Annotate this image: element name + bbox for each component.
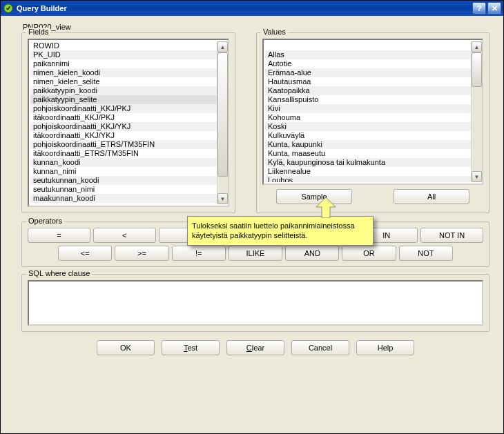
list-item[interactable]: Hautausmaa bbox=[265, 77, 471, 86]
list-item[interactable]: paikannimi bbox=[30, 59, 217, 68]
list-item[interactable]: itäkoordinaatti_KKJ/PKJ bbox=[30, 113, 217, 122]
scroll-thumb[interactable] bbox=[217, 52, 228, 177]
help-button[interactable]: Help bbox=[356, 340, 414, 355]
scroll-thumb[interactable] bbox=[472, 52, 482, 87]
operator-button[interactable]: <= bbox=[58, 246, 112, 261]
list-item[interactable]: Liikennealue bbox=[265, 167, 471, 176]
titlebar[interactable]: Query Builder ? ✕ bbox=[1, 1, 503, 16]
sql-where-input[interactable] bbox=[28, 280, 483, 326]
operator-button[interactable]: = bbox=[28, 228, 90, 243]
list-item[interactable]: Koski bbox=[265, 122, 471, 131]
operators-label: Operators bbox=[26, 217, 64, 225]
list-item[interactable]: Kaatopaikka bbox=[265, 86, 471, 95]
operator-button[interactable]: NOT bbox=[399, 246, 453, 261]
list-item[interactable]: itäkoordinaatti_KKJ/YKJ bbox=[30, 131, 217, 140]
callout-arrow-icon bbox=[312, 197, 340, 218]
list-item[interactable]: pohjoiskoordinaatti_ETRS/TM35FIN bbox=[30, 140, 217, 149]
list-item[interactable]: seutukunnan_koodi bbox=[30, 176, 217, 185]
list-item[interactable]: Autotie bbox=[265, 59, 471, 68]
list-item[interactable]: pohjoiskoordinaatti_KKJ/YKJ bbox=[30, 122, 217, 131]
callout-line2: käytetyistä paikkatyypin selitteistä. bbox=[192, 230, 369, 240]
list-item[interactable]: Kohouma bbox=[265, 113, 471, 122]
clear-button[interactable]: Clear bbox=[226, 340, 284, 355]
fields-label: Fields bbox=[26, 28, 50, 36]
operator-button[interactable]: != bbox=[172, 246, 226, 261]
list-item[interactable]: kunnan_koodi bbox=[30, 158, 217, 167]
list-item[interactable] bbox=[265, 41, 471, 50]
list-item[interactable]: Erämaa-alue bbox=[265, 68, 471, 77]
list-item[interactable]: pohjoiskoordinaatti_KKJ/PKJ bbox=[30, 104, 217, 113]
values-group: Values AllasAutotieErämaa-alueHautausmaa… bbox=[256, 32, 490, 213]
list-item[interactable]: maakunnan_koodi bbox=[30, 194, 217, 203]
list-item[interactable]: Allas bbox=[265, 50, 471, 59]
view-name: PNR020_view bbox=[23, 23, 490, 31]
values-scrollbar[interactable]: ▲ ▼ bbox=[471, 41, 482, 182]
list-item[interactable]: nimen_kielen_koodi bbox=[30, 68, 217, 77]
list-item[interactable]: ROWID bbox=[30, 41, 217, 50]
list-item[interactable]: Kunta, maaseutu bbox=[265, 149, 471, 158]
help-context-button[interactable]: ? bbox=[472, 2, 486, 14]
app-icon bbox=[3, 3, 14, 14]
list-item[interactable]: kunnan_nimi bbox=[30, 167, 217, 176]
operator-button[interactable]: ILIKE bbox=[229, 246, 282, 261]
all-button[interactable]: All bbox=[394, 189, 469, 204]
list-item[interactable]: paikkatyypin_koodi bbox=[30, 86, 217, 95]
ok-button[interactable]: OK bbox=[97, 340, 155, 355]
list-item[interactable]: Kulkuväylä bbox=[265, 131, 471, 140]
list-item[interactable]: Kansallispuisto bbox=[265, 95, 471, 104]
callout-line1: Tulokseksi saatiin luettelo paikannimiai… bbox=[192, 221, 369, 230]
fields-listbox[interactable]: ROWIDPK_UIDpaikanniminimen_kielen_koodin… bbox=[28, 39, 229, 207]
fields-group: Fields ROWIDPK_UIDpaikanniminimen_kielen… bbox=[21, 32, 235, 213]
operator-button[interactable]: NOT IN bbox=[420, 228, 483, 243]
fields-scrollbar[interactable]: ▲ ▼ bbox=[217, 41, 228, 204]
values-label: Values bbox=[261, 28, 288, 36]
operator-button[interactable]: >= bbox=[115, 246, 168, 261]
annotation-callout: Tulokseksi saatiin luettelo paikannimiai… bbox=[187, 216, 374, 246]
scroll-up-icon[interactable]: ▲ bbox=[217, 41, 228, 52]
operator-button[interactable]: AND bbox=[285, 246, 339, 261]
cancel-button[interactable]: Cancel bbox=[291, 340, 349, 355]
list-item[interactable]: PK_UID bbox=[30, 50, 217, 59]
query-builder-window: Query Builder ? ✕ PNR020_view Fields ROW… bbox=[0, 0, 504, 434]
operator-button[interactable]: < bbox=[93, 228, 156, 243]
sql-label: SQL where clause bbox=[26, 269, 92, 277]
scroll-up-icon[interactable]: ▲ bbox=[472, 41, 482, 52]
list-item[interactable]: Louhos bbox=[265, 176, 471, 182]
operator-button[interactable]: OR bbox=[342, 246, 396, 261]
window-title: Query Builder bbox=[17, 4, 472, 12]
list-item[interactable]: seutukunnan_nimi bbox=[30, 185, 217, 194]
close-button[interactable]: ✕ bbox=[487, 2, 501, 14]
list-item[interactable]: Kivi bbox=[265, 104, 471, 113]
scroll-down-icon[interactable]: ▼ bbox=[217, 193, 228, 204]
list-item[interactable]: Kylä, kaupunginosa tai kulmakunta bbox=[265, 158, 471, 167]
list-item[interactable]: itäkoordinaatti_ETRS/TM35FIN bbox=[30, 149, 217, 158]
sql-group: SQL where clause bbox=[21, 274, 490, 332]
list-item[interactable]: Kunta, kaupunki bbox=[265, 140, 471, 149]
values-listbox[interactable]: AllasAutotieErämaa-alueHautausmaaKaatopa… bbox=[262, 39, 483, 185]
scroll-down-icon[interactable]: ▼ bbox=[472, 171, 482, 182]
list-item[interactable]: paikkatyypin_selite bbox=[30, 95, 217, 104]
list-item[interactable]: nimen_kielen_selite bbox=[30, 77, 217, 86]
test-button[interactable]: Test bbox=[162, 340, 220, 355]
